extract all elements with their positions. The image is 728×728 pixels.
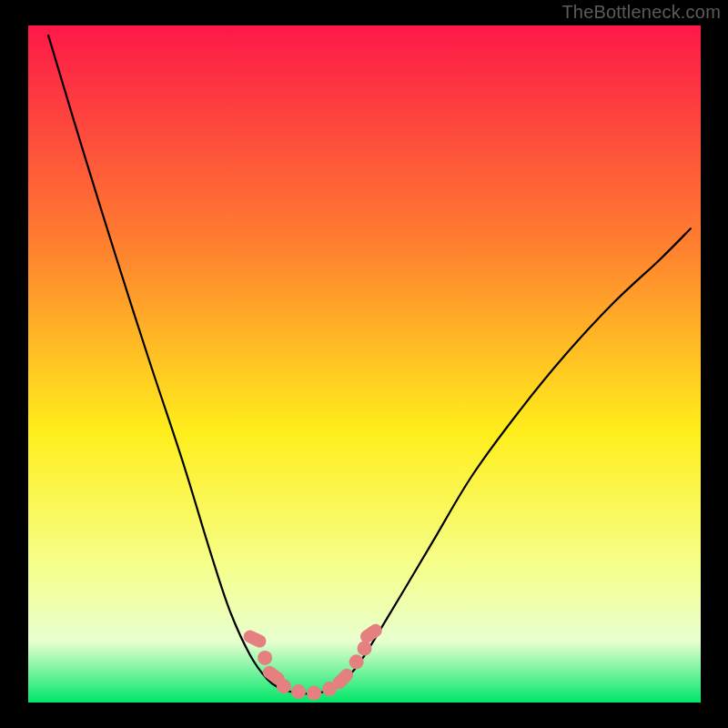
marker-dot-3 xyxy=(277,679,291,693)
attribution-text: TheBottleneck.com xyxy=(561,2,721,23)
marker-dot-8 xyxy=(349,654,364,669)
marker-dot-5 xyxy=(307,686,321,701)
marker-dot-1 xyxy=(258,651,272,665)
bottleneck-chart xyxy=(0,0,728,728)
marker-dot-9 xyxy=(358,641,372,655)
marker-dot-4 xyxy=(291,684,306,699)
plot-background xyxy=(28,25,701,703)
